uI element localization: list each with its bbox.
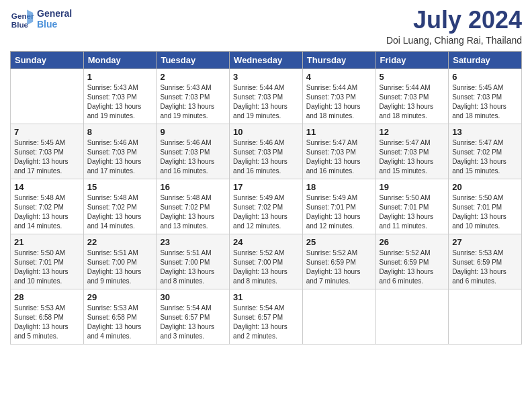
day-info: Sunrise: 5:47 AM Sunset: 7:03 PM Dayligh… <box>306 138 372 176</box>
logo-line2: Blue <box>37 19 72 30</box>
title-block: July 2024 Doi Luang, Chiang Rai, Thailan… <box>386 7 522 46</box>
day-number: 8 <box>87 127 153 137</box>
day-number: 13 <box>452 127 518 137</box>
weekday-header-friday: Friday <box>375 51 449 68</box>
calendar-cell: 21Sunrise: 5:50 AM Sunset: 7:01 PM Dayli… <box>11 234 84 289</box>
day-number: 20 <box>452 182 518 192</box>
week-row-4: 21Sunrise: 5:50 AM Sunset: 7:01 PM Dayli… <box>11 234 522 289</box>
calendar-cell: 9Sunrise: 5:46 AM Sunset: 7:03 PM Daylig… <box>157 124 230 179</box>
calendar-cell: 12Sunrise: 5:47 AM Sunset: 7:03 PM Dayli… <box>375 124 449 179</box>
day-info: Sunrise: 5:46 AM Sunset: 7:03 PM Dayligh… <box>160 138 226 176</box>
day-number: 15 <box>87 182 153 192</box>
day-info: Sunrise: 5:44 AM Sunset: 7:03 PM Dayligh… <box>380 83 445 121</box>
page-header: General Blue General Blue July 2024 Doi … <box>10 7 522 46</box>
calendar-cell: 24Sunrise: 5:52 AM Sunset: 7:00 PM Dayli… <box>230 234 303 289</box>
week-row-3: 14Sunrise: 5:48 AM Sunset: 7:02 PM Dayli… <box>11 179 522 234</box>
calendar-cell: 29Sunrise: 5:53 AM Sunset: 6:58 PM Dayli… <box>83 289 157 344</box>
calendar-cell: 25Sunrise: 5:52 AM Sunset: 6:59 PM Dayli… <box>302 234 375 289</box>
day-number: 9 <box>160 127 226 137</box>
day-info: Sunrise: 5:47 AM Sunset: 7:03 PM Dayligh… <box>380 138 445 176</box>
day-number: 12 <box>380 127 445 137</box>
month-title: July 2024 <box>386 7 522 34</box>
day-info: Sunrise: 5:43 AM Sunset: 7:03 PM Dayligh… <box>87 83 153 121</box>
calendar-cell: 4Sunrise: 5:44 AM Sunset: 7:03 PM Daylig… <box>302 68 375 124</box>
week-row-2: 7Sunrise: 5:45 AM Sunset: 7:03 PM Daylig… <box>11 124 522 179</box>
calendar-cell: 19Sunrise: 5:50 AM Sunset: 7:01 PM Dayli… <box>375 179 449 234</box>
day-info: Sunrise: 5:54 AM Sunset: 6:57 PM Dayligh… <box>160 304 226 341</box>
calendar-cell: 13Sunrise: 5:47 AM Sunset: 7:02 PM Dayli… <box>449 124 522 179</box>
calendar-cell: 23Sunrise: 5:51 AM Sunset: 7:00 PM Dayli… <box>157 234 230 289</box>
calendar-cell: 10Sunrise: 5:46 AM Sunset: 7:03 PM Dayli… <box>230 124 303 179</box>
day-number: 24 <box>233 237 299 247</box>
day-number: 1 <box>87 72 153 82</box>
day-info: Sunrise: 5:51 AM Sunset: 7:00 PM Dayligh… <box>87 248 153 286</box>
day-info: Sunrise: 5:48 AM Sunset: 7:02 PM Dayligh… <box>160 193 226 231</box>
day-info: Sunrise: 5:48 AM Sunset: 7:02 PM Dayligh… <box>87 193 153 231</box>
day-info: Sunrise: 5:51 AM Sunset: 7:00 PM Dayligh… <box>160 248 226 286</box>
weekday-header-wednesday: Wednesday <box>230 51 303 68</box>
logo-icon: General Blue <box>10 7 34 31</box>
day-info: Sunrise: 5:49 AM Sunset: 7:02 PM Dayligh… <box>233 193 299 231</box>
day-info: Sunrise: 5:46 AM Sunset: 7:03 PM Dayligh… <box>233 138 299 176</box>
calendar-cell: 5Sunrise: 5:44 AM Sunset: 7:03 PM Daylig… <box>375 68 449 124</box>
day-number: 17 <box>233 182 299 192</box>
day-info: Sunrise: 5:50 AM Sunset: 7:01 PM Dayligh… <box>380 193 445 231</box>
day-info: Sunrise: 5:44 AM Sunset: 7:03 PM Dayligh… <box>306 83 372 121</box>
svg-text:Blue: Blue <box>11 20 29 29</box>
weekday-header-sunday: Sunday <box>11 51 84 68</box>
day-info: Sunrise: 5:47 AM Sunset: 7:02 PM Dayligh… <box>452 138 518 176</box>
day-number: 14 <box>14 182 80 192</box>
day-number: 11 <box>306 127 372 137</box>
logo: General Blue General Blue <box>10 7 72 31</box>
day-number: 29 <box>87 292 153 302</box>
day-info: Sunrise: 5:52 AM Sunset: 7:00 PM Dayligh… <box>233 248 299 286</box>
day-info: Sunrise: 5:45 AM Sunset: 7:03 PM Dayligh… <box>452 83 518 121</box>
calendar-cell: 3Sunrise: 5:44 AM Sunset: 7:03 PM Daylig… <box>230 68 303 124</box>
calendar-cell: 18Sunrise: 5:49 AM Sunset: 7:01 PM Dayli… <box>302 179 375 234</box>
calendar-cell: 26Sunrise: 5:52 AM Sunset: 6:59 PM Dayli… <box>375 234 449 289</box>
calendar-cell <box>449 289 522 344</box>
calendar-cell: 22Sunrise: 5:51 AM Sunset: 7:00 PM Dayli… <box>83 234 157 289</box>
day-number: 30 <box>160 292 226 302</box>
day-info: Sunrise: 5:53 AM Sunset: 6:58 PM Dayligh… <box>87 304 153 341</box>
calendar-cell: 15Sunrise: 5:48 AM Sunset: 7:02 PM Dayli… <box>83 179 157 234</box>
calendar-cell: 11Sunrise: 5:47 AM Sunset: 7:03 PM Dayli… <box>302 124 375 179</box>
calendar-cell: 20Sunrise: 5:50 AM Sunset: 7:01 PM Dayli… <box>449 179 522 234</box>
calendar-cell: 14Sunrise: 5:48 AM Sunset: 7:02 PM Dayli… <box>11 179 84 234</box>
day-info: Sunrise: 5:53 AM Sunset: 6:59 PM Dayligh… <box>452 248 518 286</box>
day-number: 2 <box>160 72 226 82</box>
calendar-cell: 2Sunrise: 5:43 AM Sunset: 7:03 PM Daylig… <box>157 68 230 124</box>
calendar-cell <box>375 289 449 344</box>
day-info: Sunrise: 5:50 AM Sunset: 7:01 PM Dayligh… <box>14 248 80 286</box>
calendar-cell: 8Sunrise: 5:46 AM Sunset: 7:03 PM Daylig… <box>83 124 157 179</box>
day-number: 25 <box>306 237 372 247</box>
day-info: Sunrise: 5:52 AM Sunset: 6:59 PM Dayligh… <box>380 248 445 286</box>
day-info: Sunrise: 5:54 AM Sunset: 6:57 PM Dayligh… <box>233 304 299 341</box>
day-info: Sunrise: 5:45 AM Sunset: 7:03 PM Dayligh… <box>14 138 80 176</box>
day-number: 26 <box>380 237 445 247</box>
day-info: Sunrise: 5:53 AM Sunset: 6:58 PM Dayligh… <box>14 304 80 341</box>
day-number: 31 <box>233 292 299 302</box>
calendar-cell: 30Sunrise: 5:54 AM Sunset: 6:57 PM Dayli… <box>157 289 230 344</box>
calendar-table: SundayMondayTuesdayWednesdayThursdayFrid… <box>10 51 522 345</box>
day-number: 7 <box>14 127 80 137</box>
week-row-5: 28Sunrise: 5:53 AM Sunset: 6:58 PM Dayli… <box>11 289 522 344</box>
day-number: 10 <box>233 127 299 137</box>
day-number: 23 <box>160 237 226 247</box>
day-number: 5 <box>380 72 445 82</box>
calendar-cell: 16Sunrise: 5:48 AM Sunset: 7:02 PM Dayli… <box>157 179 230 234</box>
calendar-cell: 17Sunrise: 5:49 AM Sunset: 7:02 PM Dayli… <box>230 179 303 234</box>
day-info: Sunrise: 5:52 AM Sunset: 6:59 PM Dayligh… <box>306 248 372 286</box>
day-number: 28 <box>14 292 80 302</box>
calendar-cell: 31Sunrise: 5:54 AM Sunset: 6:57 PM Dayli… <box>230 289 303 344</box>
day-number: 22 <box>87 237 153 247</box>
calendar-cell: 7Sunrise: 5:45 AM Sunset: 7:03 PM Daylig… <box>11 124 84 179</box>
week-row-1: 1Sunrise: 5:43 AM Sunset: 7:03 PM Daylig… <box>11 68 522 124</box>
day-info: Sunrise: 5:44 AM Sunset: 7:03 PM Dayligh… <box>233 83 299 121</box>
weekday-header-saturday: Saturday <box>449 51 522 68</box>
weekday-header-tuesday: Tuesday <box>157 51 230 68</box>
calendar-cell: 6Sunrise: 5:45 AM Sunset: 7:03 PM Daylig… <box>449 68 522 124</box>
calendar-cell: 27Sunrise: 5:53 AM Sunset: 6:59 PM Dayli… <box>449 234 522 289</box>
day-number: 4 <box>306 72 372 82</box>
day-info: Sunrise: 5:50 AM Sunset: 7:01 PM Dayligh… <box>452 193 518 231</box>
